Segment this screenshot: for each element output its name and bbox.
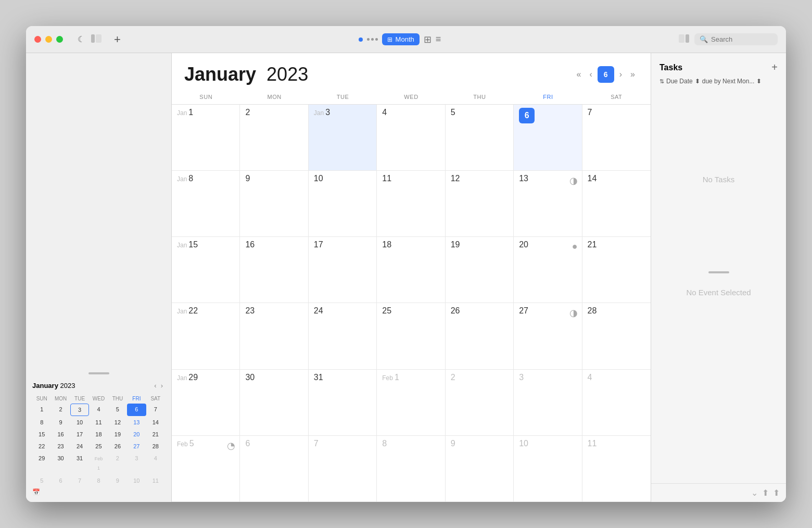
close-button[interactable] — [34, 36, 41, 43]
cal-cell-24[interactable]: 24 — [309, 303, 377, 369]
mini-cal-day[interactable]: 19 — [108, 429, 127, 440]
cal-cell-6-today[interactable]: 6 — [514, 105, 582, 170]
mini-cal-prev[interactable]: ‹ — [152, 381, 158, 391]
cal-cell-jan1[interactable]: Jan 1 — [172, 105, 240, 170]
cal-cell-5[interactable]: 5 — [446, 105, 514, 170]
cal-cell-2[interactable]: 2 — [240, 105, 308, 170]
cal-cell-feb5[interactable]: Feb 5 ◔ — [172, 436, 240, 501]
mini-cal-day[interactable]: 24 — [70, 441, 89, 452]
mini-cal-day[interactable]: Feb1 — [89, 452, 108, 474]
mini-cal-day[interactable]: 28 — [146, 441, 165, 452]
mini-cal-day[interactable]: 5 — [108, 404, 127, 416]
mini-cal-day[interactable]: 22 — [32, 441, 51, 452]
cal-cell-feb2[interactable]: 2 — [446, 370, 514, 435]
mini-cal-day-6[interactable]: 6 — [127, 404, 146, 416]
mini-cal-day[interactable]: 26 — [108, 441, 127, 452]
mini-cal-day[interactable]: 7 — [146, 404, 165, 416]
cal-cell-23[interactable]: 23 — [240, 303, 308, 369]
cal-cell-feb10[interactable]: 10 — [514, 436, 582, 501]
add-event-button[interactable]: + — [114, 33, 121, 46]
mini-cal-day[interactable]: 10 — [70, 417, 89, 428]
cal-cell-31[interactable]: 31 — [309, 370, 377, 435]
cal-cell-30[interactable]: 30 — [240, 370, 308, 435]
cal-cell-feb11[interactable]: 11 — [582, 436, 651, 501]
cal-cell-13[interactable]: 13 ◑ — [514, 171, 582, 236]
mini-cal-next[interactable]: › — [159, 381, 165, 391]
cal-cell-feb6[interactable]: 6 — [240, 436, 308, 501]
minimize-button[interactable] — [45, 36, 52, 43]
maximize-button[interactable] — [56, 36, 63, 43]
mini-cal-day[interactable]: 2 — [51, 404, 70, 416]
panel-toggle-icon[interactable] — [679, 34, 689, 45]
cal-cell-28[interactable]: 28 — [582, 303, 651, 369]
cal-cell-3-selected[interactable]: Jan 3 — [309, 105, 377, 170]
cal-next-next[interactable]: » — [627, 68, 638, 81]
cal-prev[interactable]: ‹ — [586, 68, 595, 81]
grid-view-icon[interactable]: ⊞ — [424, 34, 432, 45]
cal-cell-jan15[interactable]: Jan 15 — [172, 237, 240, 303]
mini-cal-day[interactable]: 12 — [108, 417, 127, 428]
cal-cell-feb8[interactable]: 8 — [377, 436, 445, 501]
mini-cal-day[interactable]: 20 — [127, 429, 146, 440]
mini-cal-day[interactable]: 21 — [146, 429, 165, 440]
cal-cell-9[interactable]: 9 — [240, 171, 308, 236]
mini-cal-day[interactable]: 29 — [32, 452, 51, 474]
mini-cal-day[interactable]: 7 — [70, 475, 89, 486]
cal-cell-jan22[interactable]: Jan 22 — [172, 303, 240, 369]
mini-cal-day[interactable]: 4 — [146, 452, 165, 474]
cal-next[interactable]: › — [616, 68, 625, 81]
mini-cal-day[interactable]: 8 — [89, 475, 108, 486]
mini-cal-day[interactable]: 9 — [108, 475, 127, 486]
cal-cell-7[interactable]: 7 — [582, 105, 651, 170]
cal-cell-feb7[interactable]: 7 — [309, 436, 377, 501]
mini-cal-day[interactable]: 14 — [146, 417, 165, 428]
cal-prev-prev[interactable]: « — [574, 68, 585, 81]
mini-cal-day[interactable]: 11 — [89, 417, 108, 428]
cal-cell-feb3[interactable]: 3 — [514, 370, 582, 435]
cal-cell-11[interactable]: 11 — [377, 171, 445, 236]
cal-cell-17[interactable]: 17 — [309, 237, 377, 303]
mini-cal-day[interactable]: 25 — [89, 441, 108, 452]
mini-cal-day[interactable]: 13 — [127, 417, 146, 428]
mini-cal-day[interactable]: 9 — [51, 417, 70, 428]
mini-cal-day[interactable]: 15 — [32, 429, 51, 440]
export-icon[interactable]: ⬆ — [762, 488, 769, 498]
cal-cell-25[interactable]: 25 — [377, 303, 445, 369]
calendar-icon[interactable]: 📅 — [32, 488, 40, 496]
cal-cell-16[interactable]: 16 — [240, 237, 308, 303]
cal-cell-20[interactable]: 20 ● — [514, 237, 582, 303]
mini-cal-day[interactable]: 31 — [70, 452, 89, 474]
list-view-icon[interactable]: ≡ — [436, 34, 441, 45]
mini-cal-day[interactable]: 3 — [127, 452, 146, 474]
mini-cal-day[interactable]: 16 — [51, 429, 70, 440]
mini-cal-day[interactable]: 2 — [108, 452, 127, 474]
mini-cal-day[interactable]: 17 — [70, 429, 89, 440]
mini-cal-day[interactable]: 1 — [32, 404, 51, 416]
cal-cell-21[interactable]: 21 — [582, 237, 651, 303]
mini-cal-day-3[interactable]: 3 — [70, 404, 89, 416]
cal-cell-jan29[interactable]: Jan 29 — [172, 370, 240, 435]
cal-cell-feb1[interactable]: Feb 1 — [377, 370, 445, 435]
tasks-filter[interactable]: ⇅ Due Date ⬍ due by Next Mon... ⬍ — [651, 78, 786, 91]
month-view-button[interactable]: ⊞ Month — [382, 33, 420, 45]
cal-cell-14[interactable]: 14 — [582, 171, 651, 236]
mini-cal-day[interactable]: 23 — [51, 441, 70, 452]
cal-today-button[interactable]: 6 — [598, 66, 614, 83]
cal-cell-4[interactable]: 4 — [377, 105, 445, 170]
cal-cell-26[interactable]: 26 — [446, 303, 514, 369]
chevron-down-icon[interactable]: ⌄ — [751, 488, 758, 498]
sidebar-toggle-icon[interactable] — [91, 34, 102, 45]
mini-cal-day[interactable]: 10 — [127, 475, 146, 486]
share-icon[interactable]: ⬆ — [773, 488, 780, 498]
cal-cell-19[interactable]: 19 — [446, 237, 514, 303]
cal-cell-feb9[interactable]: 9 — [446, 436, 514, 501]
tasks-add-button[interactable]: + — [771, 61, 778, 73]
mini-cal-day[interactable]: 30 — [51, 452, 70, 474]
cal-cell-27[interactable]: 27 ◑ — [514, 303, 582, 369]
mini-cal-day[interactable]: 5 — [32, 475, 51, 486]
moon-icon[interactable]: ☾ — [78, 34, 85, 44]
cal-cell-12[interactable]: 12 — [446, 171, 514, 236]
search-input[interactable] — [711, 35, 772, 43]
mini-cal-day[interactable]: 8 — [32, 417, 51, 428]
cal-cell-jan8[interactable]: Jan 8 — [172, 171, 240, 236]
